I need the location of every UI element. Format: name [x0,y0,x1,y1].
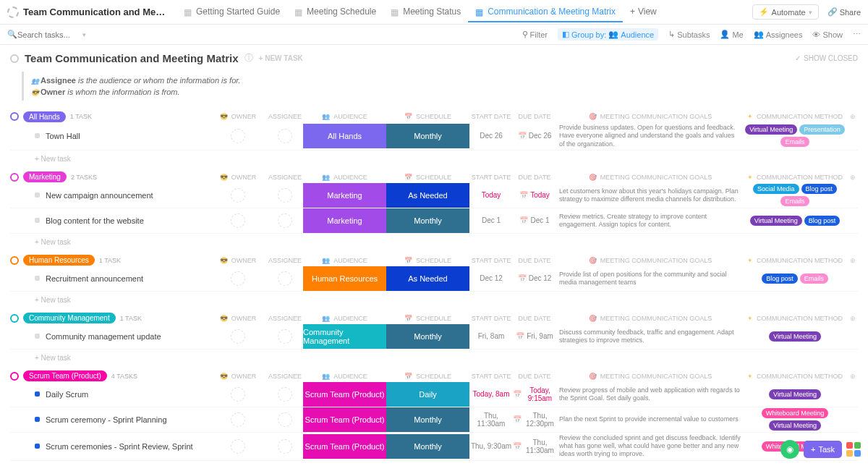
add-view-tab[interactable]: +View [623,2,664,22]
filter-button[interactable]: ⚲Filter [522,30,548,39]
show-closed-button[interactable]: ✓SHOW CLOSED [795,54,858,62]
col-goals[interactable]: MEETING COMMUNICATION GOALS [556,171,744,183]
new-task-link[interactable]: + New task [10,151,858,163]
group-label[interactable]: Human Resources [23,255,95,266]
method-pill[interactable]: Virtual Meeting [769,420,821,431]
owner-avatar[interactable] [231,213,245,228]
new-task-link[interactable]: + New task [10,461,858,467]
add-column-icon[interactable]: ⊕ [846,171,860,183]
method-pill[interactable]: Virtual Meeting [769,389,821,399]
col-due[interactable]: DUE DATE [513,111,556,122]
add-column-icon[interactable]: ⊕ [846,370,860,382]
group-collapse-toggle[interactable] [10,314,19,323]
task-row[interactable]: New campaign announcementMarketingAs Nee… [10,183,858,208]
group-by-button[interactable]: ◧Group by: 👥Audience [558,28,658,41]
col-start[interactable]: START DATE [469,313,513,324]
schedule-cell[interactable]: Monthly [386,324,469,349]
goals-cell[interactable]: Let customers know about this year's hol… [556,186,744,206]
automate-button[interactable]: ⚡Automate▾ [752,4,819,20]
col-owner[interactable]: OWNER [209,313,267,324]
col-goals[interactable]: MEETING COMMUNICATION GOALS [556,370,744,382]
add-column-icon[interactable]: ⊕ [846,255,860,266]
col-schedule[interactable]: SCHEDULE [386,111,469,122]
subtasks-button[interactable]: ↳Subtasks [668,30,710,39]
audience-cell[interactable]: Human Resources [303,266,386,291]
col-method[interactable]: COMMUNICATION METHOD [744,313,846,324]
info-icon[interactable]: ⓘ [244,52,253,64]
due-date[interactable]: 📅Thu, 11:30am [513,439,556,454]
group-collapse-toggle[interactable] [10,256,19,265]
schedule-cell[interactable]: Monthly [386,208,469,233]
start-date[interactable]: Thu, 11:30am [469,412,513,428]
schedule-cell[interactable]: Monthly [386,407,469,432]
col-start[interactable]: START DATE [469,171,513,183]
task-name[interactable]: Community management update [46,332,161,341]
schedule-cell[interactable]: Monthly [386,124,469,148]
assignee-avatar[interactable] [278,387,292,402]
start-date[interactable]: Thu, 9:30am [469,442,513,450]
method-pill[interactable]: Blog post [762,274,798,284]
start-date[interactable]: Today [469,191,513,199]
assignee-avatar[interactable] [278,412,292,427]
task-row[interactable]: Blog content for the websiteMarketingMon… [10,208,858,234]
owner-avatar[interactable] [231,329,245,344]
audience-cell[interactable]: Scrum Team (Product) [303,407,386,432]
task-row[interactable]: Scrum ceremonies - Sprint Review, Sprint… [10,433,858,461]
method-pill[interactable]: Virtual Meeting [769,331,821,342]
group-collapse-toggle[interactable] [10,372,19,381]
col-audience[interactable]: AUDIENCE [303,111,386,122]
goals-cell[interactable]: Review the concluded sprint and get disc… [556,433,744,460]
method-pill[interactable]: Emails [780,196,809,206]
assignee-avatar[interactable] [278,271,292,286]
assignee-avatar[interactable] [278,129,292,143]
audience-cell[interactable]: Scrum Team (Product) [303,382,386,407]
due-date[interactable]: 📅Dec 1 [513,216,556,224]
col-due[interactable]: DUE DATE [513,313,556,324]
method-pill[interactable]: Emails [780,137,809,147]
me-button[interactable]: 👤Me [720,30,743,39]
status-dot[interactable] [35,391,40,397]
col-audience[interactable]: AUDIENCE [303,370,386,382]
owner-avatar[interactable] [231,271,245,286]
new-task-link[interactable]: + New task [10,234,858,246]
status-dot[interactable] [35,218,40,223]
start-date[interactable]: Dec 26 [469,132,513,140]
due-date[interactable]: 📅Today, 9:15am [513,386,556,402]
new-task-link[interactable]: + New task [10,350,858,362]
col-due[interactable]: DUE DATE [513,171,556,183]
audience-cell[interactable]: Scrum Team (Product) [303,434,386,459]
audience-cell[interactable]: Marketing [303,208,386,233]
start-date[interactable]: Dec 1 [469,216,513,224]
schedule-cell[interactable]: As Needed [386,183,469,208]
audience-cell[interactable]: All Hands [303,124,386,148]
col-owner[interactable]: OWNER [209,370,267,382]
status-dot[interactable] [35,444,40,449]
owner-avatar[interactable] [231,188,245,203]
col-audience[interactable]: AUDIENCE [303,255,386,266]
col-assignee[interactable]: ASSIGNEE [267,255,303,266]
goals-cell[interactable]: Review metrics. Create strategy to impro… [556,211,744,231]
method-pill[interactable]: Emails [800,274,828,284]
method-pill[interactable]: Virtual Meeting [745,124,797,135]
schedule-cell[interactable]: Monthly [386,434,469,459]
owner-avatar[interactable] [231,129,245,143]
assignee-avatar[interactable] [278,329,292,344]
status-dot[interactable] [35,276,40,281]
method-pill[interactable]: Presentation [799,124,845,135]
status-dot[interactable] [35,417,40,422]
schedule-cell[interactable]: As Needed [386,266,469,291]
due-date[interactable]: 📅Thu, 12:30pm [513,412,556,428]
task-name[interactable]: Blog content for the website [46,216,144,225]
new-task-link[interactable]: + New task [10,292,858,304]
status-dot[interactable] [35,334,40,339]
audience-cell[interactable]: Community Management [303,324,386,349]
owner-avatar[interactable] [231,439,245,454]
col-method[interactable]: COMMUNICATION METHOD [744,171,846,183]
view-tab[interactable]: ▦Getting Started Guide [176,2,287,22]
status-dot[interactable] [35,192,40,198]
group-label[interactable]: All Hands [23,111,66,122]
task-name[interactable]: Recruitment announcement [46,274,143,283]
task-name[interactable]: Town Hall [46,132,80,140]
apps-fab[interactable] [846,442,861,457]
col-owner[interactable]: OWNER [209,171,267,183]
